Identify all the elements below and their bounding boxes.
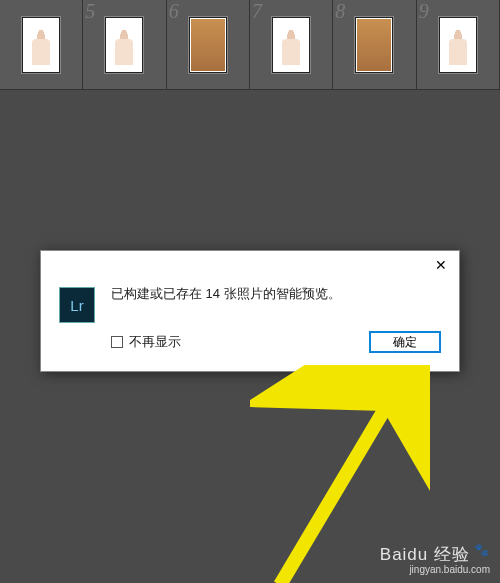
close-icon: ✕ — [435, 257, 447, 273]
filmstrip: 5 6 7 8 9 — [0, 0, 500, 90]
thumb-index: 5 — [85, 0, 95, 23]
checkbox-icon — [111, 336, 123, 348]
thumbnail-image — [22, 17, 60, 73]
dialog-titlebar: ✕ — [41, 251, 459, 279]
thumb-index: 7 — [252, 0, 262, 23]
thumbnail-image — [355, 17, 393, 73]
watermark-sub: jingyan.baidu.com — [380, 564, 490, 575]
thumbnail-image — [439, 17, 477, 73]
thumb-index: 6 — [169, 0, 179, 23]
thumb-index: 9 — [419, 0, 429, 23]
ok-button-label: 确定 — [393, 334, 417, 351]
lightroom-icon: Lr — [59, 287, 95, 323]
close-button[interactable]: ✕ — [429, 255, 453, 275]
smart-preview-dialog: ✕ Lr 已构建或已存在 14 张照片的智能预览。 不再显示 确定 — [40, 250, 460, 372]
thumbnail-image — [105, 17, 143, 73]
dialog-content: 已构建或已存在 14 张照片的智能预览。 不再显示 确定 — [111, 285, 441, 353]
watermark: Baidu 经验🐾 jingyan.baidu.com — [380, 543, 490, 575]
thumbnail-cell[interactable] — [0, 0, 83, 89]
paw-icon: 🐾 — [474, 543, 490, 557]
thumbnail-image — [272, 17, 310, 73]
thumbnail-cell[interactable]: 8 — [333, 0, 416, 89]
thumbnail-cell[interactable]: 7 — [250, 0, 333, 89]
ok-button[interactable]: 确定 — [369, 331, 441, 353]
main-canvas: ✕ Lr 已构建或已存在 14 张照片的智能预览。 不再显示 确定 — [0, 90, 500, 583]
checkbox-label: 不再显示 — [129, 333, 181, 351]
dont-show-again-checkbox[interactable]: 不再显示 — [111, 333, 181, 351]
watermark-main: Baidu 经验🐾 — [380, 543, 490, 566]
dialog-message: 已构建或已存在 14 张照片的智能预览。 — [111, 285, 441, 303]
thumbnail-cell[interactable]: 9 — [417, 0, 500, 89]
thumb-index: 8 — [335, 0, 345, 23]
thumbnail-cell[interactable]: 5 — [83, 0, 166, 89]
thumbnail-image — [189, 17, 227, 73]
thumbnail-cell[interactable]: 6 — [167, 0, 250, 89]
dialog-footer: 不再显示 确定 — [111, 331, 441, 353]
dialog-body: Lr 已构建或已存在 14 张照片的智能预览。 不再显示 确定 — [41, 279, 459, 371]
